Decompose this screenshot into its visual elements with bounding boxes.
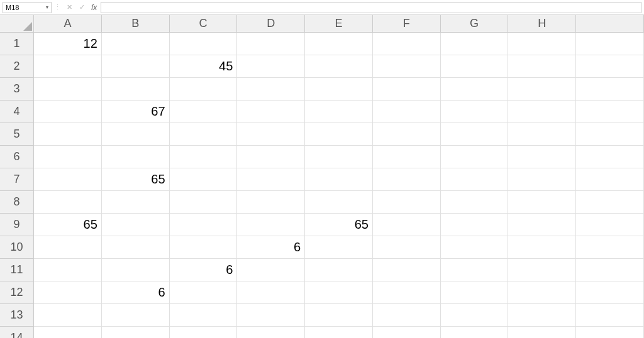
cell-h12[interactable] [508, 281, 576, 304]
row-header-5[interactable]: 5 [0, 123, 34, 146]
cell-c12[interactable] [170, 281, 238, 304]
cell-d6[interactable] [237, 146, 305, 168]
cell-i2[interactable] [576, 55, 644, 78]
row-header-9[interactable]: 9 [0, 214, 34, 236]
cell-a9[interactable]: 65 [34, 214, 102, 236]
cell-b12[interactable]: 6 [102, 281, 170, 304]
cell-i10[interactable] [576, 236, 644, 259]
cell-b8[interactable] [102, 191, 170, 214]
row-header-8[interactable]: 8 [0, 191, 34, 214]
col-header-b[interactable]: B [102, 15, 170, 33]
fx-icon[interactable]: fx [89, 3, 99, 12]
cell-i7[interactable] [576, 168, 644, 191]
cell-d11[interactable] [237, 259, 305, 281]
cell-g14[interactable] [441, 327, 509, 338]
cell-e3[interactable] [305, 78, 373, 101]
cell-e4[interactable] [305, 101, 373, 123]
cell-e8[interactable] [305, 191, 373, 214]
cell-c10[interactable] [170, 236, 238, 259]
row-header-7[interactable]: 7 [0, 168, 34, 191]
cell-a7[interactable] [34, 168, 102, 191]
cell-f10[interactable] [373, 236, 441, 259]
cell-h8[interactable] [508, 191, 576, 214]
cell-f1[interactable] [373, 33, 441, 55]
cell-i3[interactable] [576, 78, 644, 101]
cell-g2[interactable] [441, 55, 509, 78]
cell-c9[interactable] [170, 214, 238, 236]
cancel-formula-button[interactable]: ✕ [64, 2, 75, 13]
cell-h5[interactable] [508, 123, 576, 146]
cell-g9[interactable] [441, 214, 509, 236]
col-header-i[interactable] [576, 15, 644, 33]
cell-d5[interactable] [237, 123, 305, 146]
cell-a2[interactable] [34, 55, 102, 78]
cell-d3[interactable] [237, 78, 305, 101]
cell-d1[interactable] [237, 33, 305, 55]
cell-h6[interactable] [508, 146, 576, 168]
cell-b2[interactable] [102, 55, 170, 78]
cell-d9[interactable] [237, 214, 305, 236]
cell-b3[interactable] [102, 78, 170, 101]
cell-c3[interactable] [170, 78, 238, 101]
row-header-1[interactable]: 1 [0, 33, 34, 55]
cell-h3[interactable] [508, 78, 576, 101]
cell-f2[interactable] [373, 55, 441, 78]
cell-d2[interactable] [237, 55, 305, 78]
cell-e9[interactable]: 65 [305, 214, 373, 236]
cell-c14[interactable] [170, 327, 238, 338]
row-header-13[interactable]: 13 [0, 304, 34, 327]
cell-f6[interactable] [373, 146, 441, 168]
cell-i13[interactable] [576, 304, 644, 327]
cell-i12[interactable] [576, 281, 644, 304]
cell-a6[interactable] [34, 146, 102, 168]
cell-e6[interactable] [305, 146, 373, 168]
cell-h10[interactable] [508, 236, 576, 259]
cell-i11[interactable] [576, 259, 644, 281]
cell-g7[interactable] [441, 168, 509, 191]
cell-b13[interactable] [102, 304, 170, 327]
cell-a14[interactable] [34, 327, 102, 338]
cell-b6[interactable] [102, 146, 170, 168]
cell-d14[interactable] [237, 327, 305, 338]
cell-e11[interactable] [305, 259, 373, 281]
cell-a3[interactable] [34, 78, 102, 101]
cell-a4[interactable] [34, 101, 102, 123]
cell-f4[interactable] [373, 101, 441, 123]
cell-a11[interactable] [34, 259, 102, 281]
cell-h1[interactable] [508, 33, 576, 55]
cell-e2[interactable] [305, 55, 373, 78]
cell-d10[interactable]: 6 [237, 236, 305, 259]
row-header-4[interactable]: 4 [0, 101, 34, 123]
cell-h2[interactable] [508, 55, 576, 78]
cell-d12[interactable] [237, 281, 305, 304]
col-header-a[interactable]: A [34, 15, 102, 33]
cell-c6[interactable] [170, 146, 238, 168]
cell-d7[interactable] [237, 168, 305, 191]
cell-a5[interactable] [34, 123, 102, 146]
cell-a13[interactable] [34, 304, 102, 327]
cell-f12[interactable] [373, 281, 441, 304]
formula-input[interactable] [101, 2, 641, 13]
cell-b1[interactable] [102, 33, 170, 55]
cell-f5[interactable] [373, 123, 441, 146]
cell-b9[interactable] [102, 214, 170, 236]
cell-f13[interactable] [373, 304, 441, 327]
cell-g1[interactable] [441, 33, 509, 55]
row-header-3[interactable]: 3 [0, 78, 34, 101]
cell-b10[interactable] [102, 236, 170, 259]
cell-i9[interactable] [576, 214, 644, 236]
row-header-14[interactable]: 14 [0, 327, 34, 338]
col-header-f[interactable]: F [373, 15, 441, 33]
cell-g4[interactable] [441, 101, 509, 123]
cell-e5[interactable] [305, 123, 373, 146]
cell-b14[interactable] [102, 327, 170, 338]
col-header-g[interactable]: G [441, 15, 509, 33]
cell-f14[interactable] [373, 327, 441, 338]
col-header-c[interactable]: C [170, 15, 238, 33]
cell-g6[interactable] [441, 146, 509, 168]
cell-e7[interactable] [305, 168, 373, 191]
cell-g3[interactable] [441, 78, 509, 101]
cell-a1[interactable]: 12 [34, 33, 102, 55]
cell-e1[interactable] [305, 33, 373, 55]
cell-d13[interactable] [237, 304, 305, 327]
